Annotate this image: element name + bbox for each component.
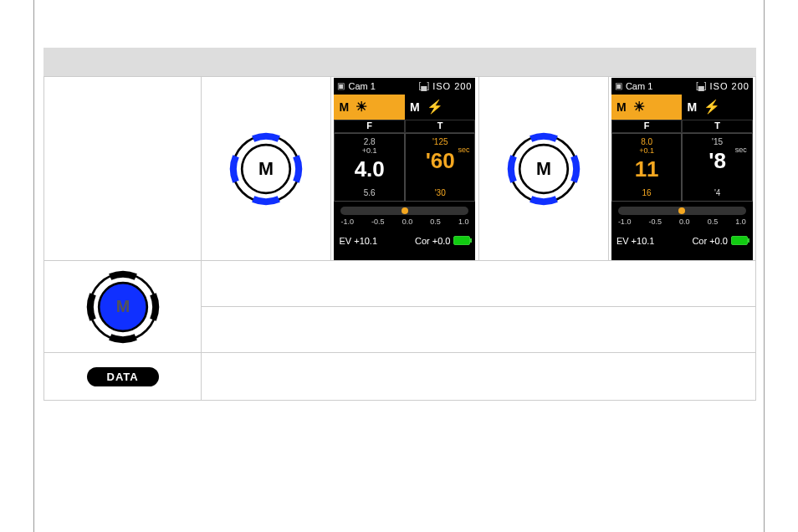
scale-track bbox=[340, 207, 468, 215]
meter-panel-b: ▣ Cam 1 [▄] ISO 200 M ☀ M bbox=[611, 78, 753, 260]
table-row: M bbox=[44, 261, 756, 307]
scale-indicator-icon bbox=[402, 207, 408, 214]
tick: -0.5 bbox=[648, 217, 662, 226]
tick: -0.5 bbox=[371, 217, 385, 226]
camera-icon: ▣ bbox=[337, 81, 345, 90]
profile-icon: [▄] bbox=[696, 81, 707, 90]
tick: -1.0 bbox=[618, 217, 632, 226]
iso-value: 200 bbox=[732, 81, 749, 91]
t-header: T bbox=[682, 120, 753, 133]
tick: 0.5 bbox=[430, 217, 441, 226]
ev-scale: -1.0 -0.5 0.0 0.5 1.0 bbox=[334, 202, 475, 232]
sun-icon: ☀ bbox=[356, 99, 367, 115]
mode-letter: M bbox=[616, 100, 627, 114]
mode-letter: M bbox=[687, 100, 697, 114]
mode-ambient-tab[interactable]: M ☀ bbox=[334, 95, 405, 120]
bolt-icon: ⚡ bbox=[427, 99, 443, 115]
f-value-box[interactable]: 2.8 +0.1 4.0 5.6 bbox=[334, 133, 405, 202]
t-value-box[interactable]: '15 sec '8 '4 bbox=[682, 133, 753, 202]
cell-dial-filled: M bbox=[44, 261, 202, 353]
cor-readout: Cor +0.0 bbox=[692, 236, 728, 246]
cell-data-key: DATA bbox=[44, 353, 202, 401]
cor-readout: Cor +0.0 bbox=[415, 236, 451, 246]
panel-footer: EV +10.1 Cor +0.0 bbox=[334, 232, 475, 250]
tick: 1.0 bbox=[458, 217, 469, 226]
measure-dial-outline-icon: M bbox=[228, 131, 304, 207]
camera-label: Cam 1 bbox=[626, 81, 652, 91]
values-row: 8.0 +0.1 11 16 '15 sec '8 '4 bbox=[611, 133, 753, 202]
scale-ticks: -1.0 -0.5 0.0 0.5 1.0 bbox=[340, 217, 468, 226]
dial-letter: M bbox=[536, 158, 551, 179]
t-sec-label: sec bbox=[458, 146, 469, 154]
ft-header-row: F T bbox=[611, 120, 753, 133]
camera-icon: ▣ bbox=[615, 81, 622, 90]
tick: 0.5 bbox=[708, 217, 719, 226]
cell-empty bbox=[202, 353, 756, 401]
tick: 0.0 bbox=[679, 217, 690, 226]
f-main-value: 11 bbox=[617, 156, 677, 182]
iso-label: ISO bbox=[432, 81, 451, 91]
tick: 1.0 bbox=[735, 217, 746, 226]
data-button-icon: DATA bbox=[87, 367, 159, 386]
mode-letter: M bbox=[410, 100, 420, 114]
f-next-value: 16 bbox=[612, 188, 682, 197]
scale-track bbox=[618, 207, 746, 215]
scale-ticks: -1.0 -0.5 0.0 0.5 1.0 bbox=[618, 217, 746, 226]
f-prev-value: 2.8 bbox=[340, 137, 399, 146]
dial-letter: M bbox=[115, 297, 129, 315]
measure-dial-filled-icon: M bbox=[85, 269, 161, 345]
scale-indicator-icon bbox=[678, 207, 685, 214]
mode-row: M ☀ M ⚡ bbox=[611, 95, 753, 120]
values-row: 2.8 +0.1 4.0 5.6 '125 sec '60 '30 bbox=[334, 133, 475, 202]
profile-icon: [▄] bbox=[419, 81, 430, 90]
f-header: F bbox=[334, 120, 405, 133]
camera-label: Cam 1 bbox=[348, 81, 375, 91]
mode-flash-tab[interactable]: M ⚡ bbox=[405, 95, 476, 120]
cell-empty bbox=[202, 261, 756, 307]
mode-flash-tab[interactable]: M ⚡ bbox=[682, 95, 753, 120]
mode-row: M ☀ M ⚡ bbox=[334, 95, 475, 120]
iso-label: ISO bbox=[710, 81, 729, 91]
t-sec-label: sec bbox=[735, 146, 747, 154]
cell-empty bbox=[44, 77, 202, 261]
bolt-icon: ⚡ bbox=[703, 99, 720, 115]
panel-footer: EV +10.1 Cor +0.0 bbox=[611, 232, 753, 250]
f-main-value: 4.0 bbox=[340, 156, 399, 182]
meter-panel-a: ▣ Cam 1 [▄] ISO 200 M ☀ M bbox=[334, 78, 475, 260]
mode-ambient-tab[interactable]: M ☀ bbox=[611, 95, 683, 120]
sun-icon: ☀ bbox=[633, 99, 645, 115]
mode-letter: M bbox=[339, 100, 349, 114]
ft-header-row: F T bbox=[334, 120, 475, 133]
cell-empty bbox=[202, 307, 756, 353]
cell-dial-outline-1: M bbox=[202, 77, 331, 261]
table-row: M ▣ Cam 1 [▄] ISO 200 M bbox=[44, 77, 756, 261]
tick: -1.0 bbox=[340, 217, 354, 226]
cell-panel-b: ▣ Cam 1 [▄] ISO 200 M ☀ M bbox=[608, 77, 755, 261]
f-value-box[interactable]: 8.0 +0.1 11 16 bbox=[611, 133, 683, 202]
ev-scale: -1.0 -0.5 0.0 0.5 1.0 bbox=[611, 202, 753, 232]
cell-panel-a: ▣ Cam 1 [▄] ISO 200 M ☀ M bbox=[331, 77, 478, 261]
dial-letter: M bbox=[258, 158, 274, 179]
iso-value: 200 bbox=[454, 81, 472, 91]
battery-icon bbox=[453, 236, 470, 245]
f-next-value: 5.6 bbox=[335, 188, 404, 197]
f-prev-value: 8.0 bbox=[617, 137, 677, 146]
t-value-box[interactable]: '125 sec '60 '30 bbox=[405, 133, 476, 202]
content-area: M ▣ Cam 1 [▄] ISO 200 M bbox=[43, 48, 756, 401]
f-header: F bbox=[611, 120, 683, 133]
tick: 0.0 bbox=[402, 217, 413, 226]
f-increment: +0.1 bbox=[617, 146, 677, 155]
t-header: T bbox=[405, 120, 476, 133]
t-next-value: '30 bbox=[406, 188, 475, 197]
table-header-bar bbox=[43, 48, 756, 76]
instruction-table: M ▣ Cam 1 [▄] ISO 200 M bbox=[43, 76, 756, 401]
measure-dial-outline-icon: M bbox=[506, 131, 581, 207]
ev-readout: EV +10.1 bbox=[339, 236, 377, 246]
panel-status-bar: ▣ Cam 1 [▄] ISO 200 bbox=[611, 78, 753, 95]
cell-dial-outline-2: M bbox=[478, 77, 608, 261]
table-row: DATA bbox=[44, 353, 756, 401]
ev-readout: EV +10.1 bbox=[616, 236, 655, 246]
panel-status-bar: ▣ Cam 1 [▄] ISO 200 bbox=[334, 78, 475, 95]
battery-icon bbox=[731, 236, 748, 245]
f-increment: +0.1 bbox=[340, 146, 399, 155]
